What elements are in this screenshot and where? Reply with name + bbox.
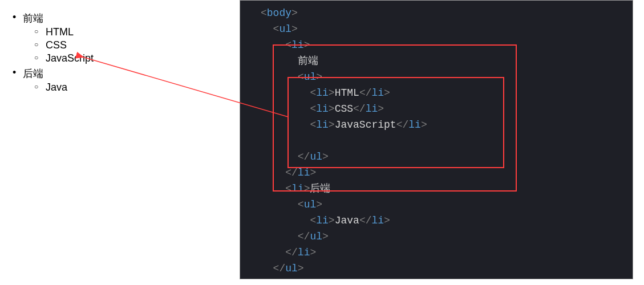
- outer-list: 前端 HTML CSS JavaScript 后端 Java: [6, 11, 234, 93]
- code-line: </li>: [240, 245, 633, 260]
- item-label: 后端: [23, 68, 43, 79]
- code-line: <li>: [240, 37, 633, 53]
- rendered-output-panel: 前端 HTML CSS JavaScript 后端 Java: [6, 11, 234, 96]
- code-line: </ul>: [240, 229, 633, 245]
- code-editor-panel: <body> <ul> <li> 前端 <ul> <li>HTML</li> <…: [240, 0, 633, 279]
- list-item: 前端 HTML CSS JavaScript: [23, 11, 234, 64]
- inner-list: HTML CSS JavaScript: [23, 26, 234, 64]
- code-line: <li>HTML</li>: [240, 85, 633, 101]
- code-line: <li>CSS</li>: [240, 101, 633, 117]
- list-item: Java: [46, 82, 234, 93]
- code-line: 前端: [240, 53, 633, 69]
- item-label: Java: [46, 82, 67, 93]
- inner-list: Java: [23, 82, 234, 93]
- code-line: <ul>: [240, 21, 633, 37]
- code-line: <li>后端: [240, 181, 633, 197]
- code-line: <li>JavaScript</li>: [240, 117, 633, 133]
- code-line: <ul>: [240, 197, 633, 213]
- list-item: JavaScript: [46, 52, 234, 64]
- list-item: 后端 Java: [23, 67, 234, 93]
- code-line: </li>: [240, 165, 633, 181]
- code-line: </ul>: [240, 149, 633, 165]
- item-label: HTML: [46, 26, 74, 38]
- item-label: CSS: [46, 39, 67, 51]
- code-line: <body>: [240, 5, 633, 21]
- item-label: 前端: [23, 13, 43, 24]
- code-line: [240, 133, 633, 149]
- list-item: HTML: [46, 26, 234, 38]
- code-line: <ul>: [240, 69, 633, 85]
- code-line: </ul>: [240, 260, 633, 276]
- item-label: JavaScript: [46, 52, 94, 64]
- code-line: <li>Java</li>: [240, 213, 633, 229]
- list-item: CSS: [46, 39, 234, 51]
